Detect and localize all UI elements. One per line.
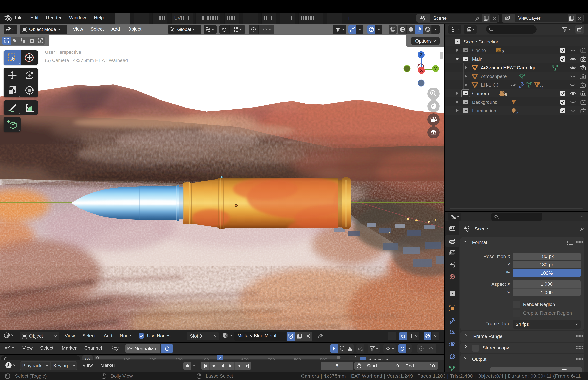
svg-text:X: X bbox=[420, 68, 423, 73]
svg-text:Z: Z bbox=[420, 52, 422, 57]
svg-text:Y: Y bbox=[434, 66, 437, 72]
